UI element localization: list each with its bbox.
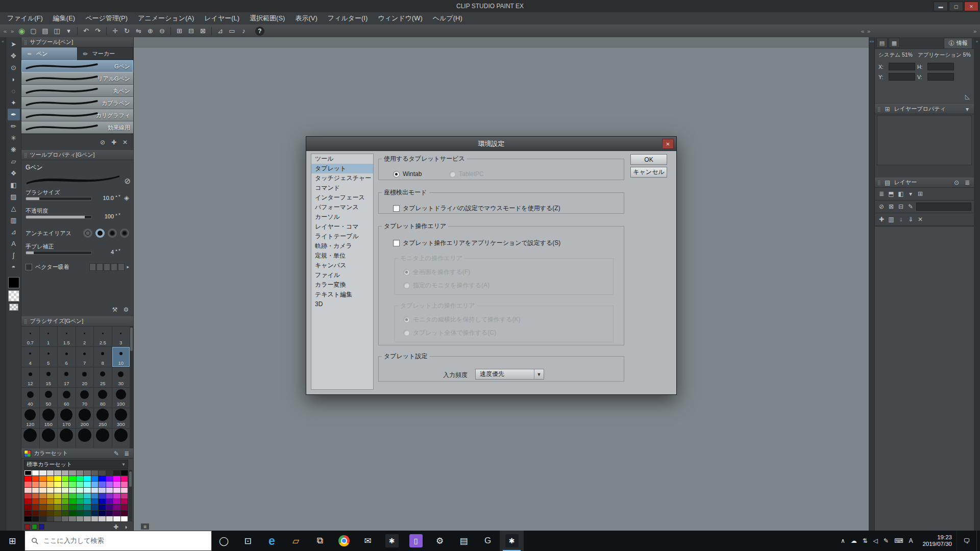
color-swatch[interactable]: [62, 488, 69, 493]
color-swatch[interactable]: [62, 499, 69, 504]
cortana-taskbar-button[interactable]: ◯: [212, 531, 236, 551]
right-edge-gutter[interactable]: »: [974, 37, 980, 531]
brush-size-cell[interactable]: 150: [40, 408, 58, 428]
blend-tool-icon[interactable]: ❖: [8, 167, 20, 179]
color-swatch[interactable]: [24, 488, 32, 493]
brush-size-cell[interactable]: 60: [58, 388, 76, 408]
radio-wintab-icon[interactable]: [393, 171, 400, 178]
color-swatch[interactable]: [84, 482, 91, 487]
color-swatch[interactable]: [106, 488, 113, 493]
color-swatch[interactable]: [99, 499, 106, 504]
subtool-item[interactable]: Gペン: [21, 60, 133, 72]
color-swatch[interactable]: [84, 488, 91, 493]
touch-keyboard-icon[interactable]: ⌨: [894, 537, 903, 544]
panel-grip-icon[interactable]: ⣿: [24, 153, 28, 158]
clip-layer-icon[interactable]: ⊟: [897, 203, 905, 211]
color-swatch[interactable]: [69, 476, 76, 481]
color-swatch[interactable]: [99, 493, 106, 498]
color-swatch[interactable]: [39, 476, 46, 481]
cancel-button[interactable]: キャンセル: [630, 167, 667, 178]
color-swatch[interactable]: [62, 516, 69, 521]
subview-tab-icon[interactable]: ▦: [889, 38, 900, 48]
brush-size-cell[interactable]: 1: [40, 327, 58, 346]
color-swatch[interactable]: [113, 516, 120, 521]
zoom-tool-icon[interactable]: ⊙: [8, 62, 20, 73]
delete-subtool-icon[interactable]: ✕: [121, 138, 129, 146]
recent-color-chip[interactable]: [24, 524, 30, 530]
fill-tool-icon[interactable]: ◧: [8, 179, 20, 191]
lock-layer-icon[interactable]: ⊘: [877, 203, 886, 211]
color-swatch[interactable]: [121, 516, 128, 521]
detail-settings-icon[interactable]: ⚙: [122, 306, 130, 314]
brush-size-link-icon[interactable]: ◈: [124, 194, 129, 202]
subtool-tab-pen[interactable]: ✒ ペン: [21, 47, 78, 60]
checkbox-mouse-mode-icon[interactable]: [393, 205, 400, 212]
line-correct-tool-icon[interactable]: ∫: [8, 249, 20, 261]
eraser-tool-icon[interactable]: ▱: [8, 156, 20, 167]
main-color-chip[interactable]: [8, 277, 19, 288]
radio-tabletpc[interactable]: TabletPC: [449, 170, 484, 178]
color-swatch[interactable]: [99, 505, 106, 510]
color-swatch[interactable]: [99, 488, 106, 493]
radio-keep-aspect-icon[interactable]: [403, 316, 410, 323]
color-swatch[interactable]: [39, 482, 46, 487]
onedrive-icon[interactable]: ☁: [851, 537, 857, 544]
brush-size-value[interactable]: 10.0: [92, 195, 114, 201]
dialog-category-8[interactable]: ライトテーブル: [311, 232, 373, 241]
airbrush-tool-icon[interactable]: ✳: [8, 132, 20, 144]
decoration-tool-icon[interactable]: ❋: [8, 144, 20, 156]
merge-layer-icon[interactable]: ⇓: [906, 215, 915, 223]
radio-fullscreen[interactable]: 全画面を操作する(F): [403, 268, 470, 277]
checkbox-mouse-mode[interactable]: タブレットドライバの設定でマウスモードを使用する(Z): [393, 204, 560, 213]
brush-size-cell[interactable]: 70: [76, 388, 94, 408]
explorer-taskbar-button[interactable]: ▱: [284, 531, 308, 551]
color-swatch[interactable]: [32, 493, 39, 498]
brush-size-cell[interactable]: [40, 429, 58, 448]
color-swatch[interactable]: [32, 505, 39, 510]
color-swatch[interactable]: [121, 470, 128, 475]
auto-select-tool-icon[interactable]: ✦: [8, 97, 20, 109]
gradient-tool-icon[interactable]: ▨: [8, 191, 20, 203]
start-button[interactable]: ⊞: [0, 531, 24, 551]
brush-size-cell[interactable]: 17: [58, 367, 76, 387]
antialias-none-icon[interactable]: [83, 229, 92, 238]
color-swatch[interactable]: [91, 476, 99, 481]
color-swatch[interactable]: [32, 511, 39, 516]
chrome-taskbar-button[interactable]: [332, 531, 356, 551]
dialog-category-12[interactable]: ファイル: [311, 270, 373, 280]
balloon-tool-icon[interactable]: ◓: [8, 261, 20, 273]
clip-studio-taskbar-button[interactable]: ✱: [380, 531, 404, 551]
color-swatch[interactable]: [84, 470, 91, 475]
color-swatch[interactable]: [121, 511, 128, 516]
color-swatch[interactable]: [121, 476, 128, 481]
dialog-category-2[interactable]: タッチジェスチャー: [311, 173, 373, 183]
color-swatch[interactable]: [91, 505, 99, 510]
color-swatch[interactable]: [69, 493, 76, 498]
brush-size-cell[interactable]: 200: [76, 408, 94, 428]
brush-size-cell[interactable]: 25: [94, 367, 112, 387]
open-file-icon[interactable]: ▤: [40, 26, 51, 36]
edit-state-icon[interactable]: ✎: [906, 203, 915, 211]
menu-item-6[interactable]: 表示(V): [290, 12, 322, 24]
brush-size-slider[interactable]: [26, 197, 92, 201]
edit-color-icon[interactable]: ✎: [112, 449, 120, 458]
dialog-category-7[interactable]: レイヤー・コマ: [311, 222, 373, 232]
settings-taskbar-button[interactable]: ⚙: [428, 531, 452, 551]
palette-dock-icon[interactable]: ⊞: [916, 190, 924, 198]
color-swatch[interactable]: [24, 505, 32, 510]
minimize-button[interactable]: ▬: [934, 2, 948, 11]
brush-size-cell[interactable]: [94, 429, 112, 448]
color-swatch[interactable]: [47, 499, 54, 504]
color-swatch[interactable]: [24, 516, 32, 521]
color-swatch[interactable]: [24, 499, 32, 504]
brush-size-cell[interactable]: 40: [21, 388, 39, 408]
canvas-collapse-left-icon[interactable]: «: [860, 28, 866, 34]
dialog-category-0[interactable]: ツール: [311, 154, 373, 164]
panel-collapse-right-icon[interactable]: »: [972, 28, 978, 34]
recent-color-chip[interactable]: [32, 524, 37, 530]
color-swatch[interactable]: [91, 482, 99, 487]
ruler-icon[interactable]: ⊿: [215, 26, 226, 36]
antialias-weak-icon[interactable]: [95, 229, 105, 238]
brush-size-cell[interactable]: 120: [21, 408, 39, 428]
recent-color-chip[interactable]: [39, 524, 44, 530]
